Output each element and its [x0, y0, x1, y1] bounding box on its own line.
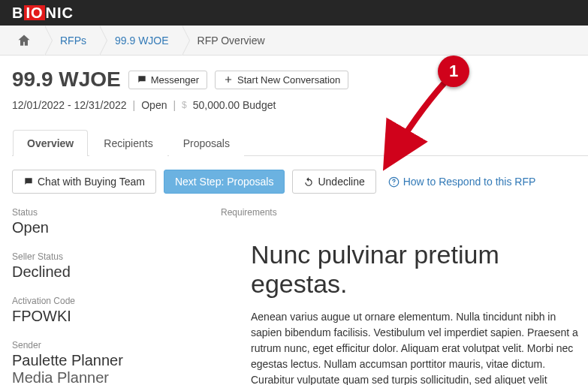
date-range: 12/01/2022 - 12/31/2022 — [12, 99, 127, 111]
separator: | — [133, 99, 136, 111]
next-step-proposals-button[interactable]: Next Step: Proposals — [164, 170, 285, 194]
help-link[interactable]: How to Respond to this RFP — [388, 176, 536, 188]
breadcrumb-separator — [45, 26, 53, 56]
undecline-button[interactable]: Undecline — [292, 170, 375, 194]
meta-seller-status: Seller Status Declined — [12, 251, 221, 281]
meta-label: Status — [12, 207, 221, 218]
breadcrumb-separator — [100, 26, 107, 56]
dollar-icon: $ — [182, 100, 187, 110]
plus-icon — [223, 74, 234, 85]
header-status: Open — [141, 99, 167, 111]
requirements-para: Aenean varius augue ut ornare elementum.… — [251, 309, 588, 385]
breadcrumb-separator — [182, 26, 190, 56]
start-conversation-label: Start New Conversation — [237, 74, 340, 86]
page-title: 99.9 WJOE — [12, 68, 121, 92]
chat-icon — [23, 176, 34, 187]
separator: | — [173, 99, 176, 111]
tab-proposals[interactable]: Proposals — [169, 130, 244, 156]
chat-icon — [137, 74, 147, 85]
requirements-label: Requirements — [221, 207, 588, 218]
title-row: 99.9 WJOE Messenger Start New Conversati… — [12, 68, 588, 92]
meta-status: Status Open — [12, 207, 221, 236]
header-budget: 50,000.00 Budget — [193, 99, 276, 111]
meta-sender-name: Paulette Planner — [12, 352, 221, 369]
help-icon — [388, 176, 400, 188]
tab-overview[interactable]: Overview — [13, 130, 88, 156]
tabs: Overview Recipients Proposals — [12, 129, 588, 156]
breadcrumb-rfps[interactable]: RFPs — [53, 35, 100, 47]
undecline-label: Undecline — [318, 176, 364, 188]
start-conversation-button[interactable]: Start New Conversation — [215, 71, 348, 89]
meta-activation-code: Activation Code FPOWKI — [12, 296, 221, 325]
logo-part: IO — [24, 5, 44, 20]
requirements-column: Requirements Nunc pulvinar pretium egest… — [221, 207, 588, 385]
top-bar: BIONIC — [0, 0, 588, 26]
tab-recipients[interactable]: Recipients — [89, 130, 167, 156]
undo-icon — [303, 176, 314, 187]
action-row: Chat with Buying Team Next Step: Proposa… — [12, 170, 588, 194]
help-label: How to Respond to this RFP — [403, 176, 536, 188]
meta-sender: Sender Paulette Planner Media Planner — [12, 340, 221, 385]
logo: BIONIC — [12, 5, 74, 22]
logo-part: NIC — [46, 5, 74, 22]
chat-label: Chat with Buying Team — [38, 176, 145, 188]
header-subline: 12/01/2022 - 12/31/2022 | Open | $ 50,00… — [12, 99, 588, 111]
chat-with-buying-team-button[interactable]: Chat with Buying Team — [12, 170, 156, 194]
breadcrumb-current: RFP Overview — [190, 35, 279, 47]
breadcrumb-station[interactable]: 99.9 WJOE — [107, 35, 182, 47]
home-icon[interactable] — [9, 33, 45, 48]
page-body: 99.9 WJOE Messenger Start New Conversati… — [0, 56, 588, 385]
meta-sender-title: Media Planner — [12, 369, 221, 385]
meta-value: Declined — [12, 263, 221, 281]
meta-value: Open — [12, 219, 221, 236]
meta-column: Status Open Seller Status Declined Activ… — [12, 207, 221, 385]
breadcrumb: RFPs 99.9 WJOE RFP Overview — [0, 26, 588, 56]
logo-part: B — [12, 5, 23, 22]
meta-label: Seller Status — [12, 251, 221, 262]
messenger-button[interactable]: Messenger — [128, 71, 207, 89]
requirements-body: Nunc pulvinar pretium egestas. Aenean va… — [221, 240, 588, 385]
meta-label: Sender — [12, 340, 221, 350]
content: Status Open Seller Status Declined Activ… — [12, 207, 588, 385]
meta-value: FPOWKI — [12, 308, 221, 325]
requirements-heading: Nunc pulvinar pretium egestas. — [251, 240, 588, 299]
meta-label: Activation Code — [12, 296, 221, 306]
messenger-label: Messenger — [151, 74, 199, 86]
